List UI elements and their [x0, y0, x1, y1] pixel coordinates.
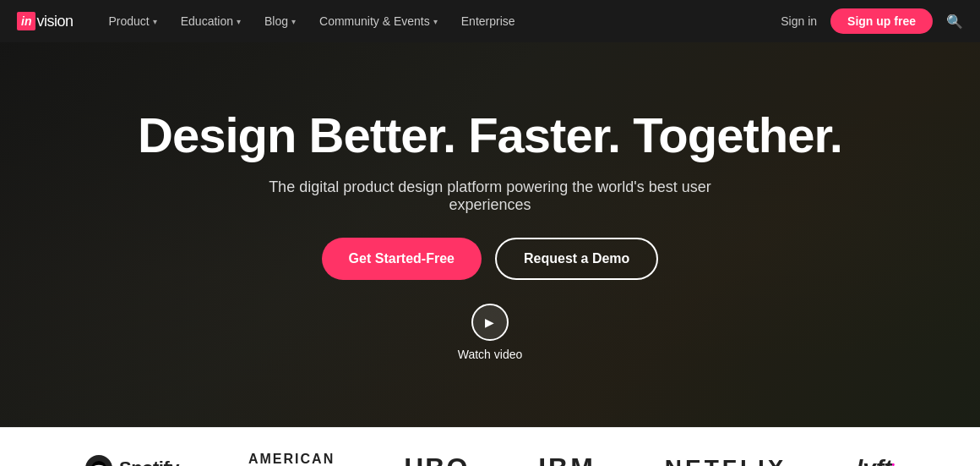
video-cta: ▶ Watch video	[458, 304, 523, 361]
sign-up-button[interactable]: Sign up free	[830, 8, 933, 34]
navigation: in vision Product ▾ Education ▾ Blog ▾ C…	[0, 0, 980, 42]
play-icon: ▶	[485, 315, 494, 329]
spotify-logo: Spotify	[85, 455, 179, 467]
logo-in: in	[17, 12, 35, 30]
hero-buttons: Get Started-Free Request a Demo	[322, 238, 659, 280]
logo-vision: vision	[36, 13, 73, 30]
nav-item-product[interactable]: Product ▾	[98, 8, 166, 35]
chevron-down-icon: ▾	[433, 17, 438, 26]
hero-title: Design Better. Faster. Together.	[138, 108, 842, 162]
amex-name: AMERICANEXPRESS	[248, 451, 335, 466]
chevron-down-icon: ▾	[291, 17, 296, 26]
nav-item-community[interactable]: Community & Events ▾	[309, 8, 448, 35]
amex-logo: AMERICANEXPRESS	[248, 451, 335, 466]
ibm-logo: IBM	[538, 452, 596, 466]
lyft-logo: lyft•	[856, 455, 895, 467]
logo[interactable]: in vision	[17, 12, 73, 30]
spotify-name: Spotify	[119, 458, 179, 467]
hero-content: Design Better. Faster. Together. The dig…	[138, 108, 842, 362]
nav-item-blog[interactable]: Blog ▾	[254, 8, 306, 35]
get-started-button[interactable]: Get Started-Free	[322, 238, 482, 280]
chevron-down-icon: ▾	[153, 17, 157, 26]
nav-links: Product ▾ Education ▾ Blog ▾ Community &…	[98, 8, 781, 35]
netflix-logo: NETFLIX	[665, 455, 787, 467]
hero-subtitle: The digital product design platform powe…	[237, 178, 743, 214]
brand-logos-strip: Spotify AMERICANEXPRESS HBO IBM NETFLIX …	[0, 427, 980, 466]
nav-right: Sign in Sign up free 🔍	[781, 8, 963, 34]
watch-video-label: Watch video	[458, 348, 523, 361]
sign-in-link[interactable]: Sign in	[781, 14, 817, 28]
lyft-dot: •	[891, 459, 895, 466]
search-icon[interactable]: 🔍	[946, 14, 963, 30]
hbo-logo: HBO	[404, 452, 469, 466]
spotify-icon	[85, 455, 112, 467]
hero-section: Design Better. Faster. Together. The dig…	[0, 42, 980, 427]
nav-item-enterprise[interactable]: Enterprise	[451, 8, 525, 35]
request-demo-button[interactable]: Request a Demo	[495, 238, 658, 280]
netflix-name: NETFLIX	[665, 455, 787, 467]
ibm-name: IBM	[538, 452, 596, 466]
hbo-name: HBO	[404, 452, 469, 466]
lyft-name: lyft•	[856, 455, 895, 467]
chevron-down-icon: ▾	[237, 17, 241, 26]
nav-item-education[interactable]: Education ▾	[171, 8, 251, 35]
play-video-button[interactable]: ▶	[471, 304, 509, 341]
